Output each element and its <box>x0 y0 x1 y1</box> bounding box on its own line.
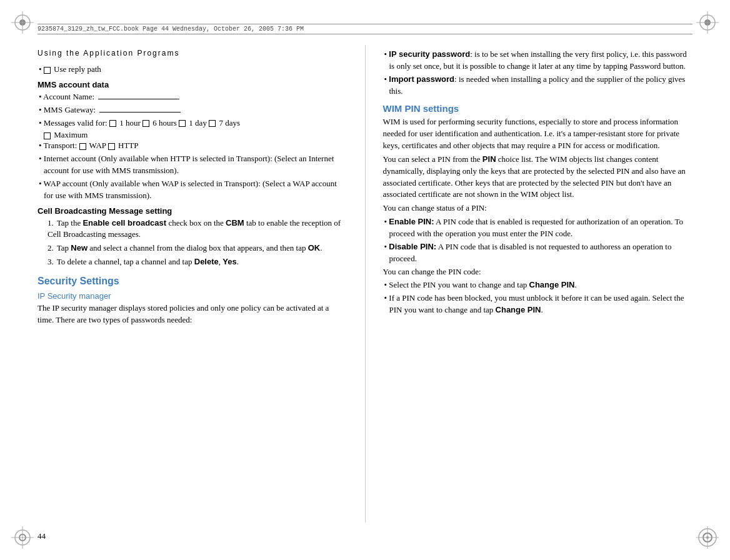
wap-account-text: WAP account (Only available when WAP is … <box>44 179 337 200</box>
account-name-item: Account Name: <box>38 91 348 103</box>
step1-rest: check box on the <box>168 218 226 228</box>
step2-pre: Tap <box>57 243 69 252</box>
chapter-heading: Using the Application Programs <box>38 49 348 58</box>
step1-item: 1. Tap the Enable cell broadcast check b… <box>38 218 348 241</box>
cb-7days <box>209 120 216 127</box>
wim-intro: WIM is used for performing security func… <box>383 116 693 152</box>
change-pin-intro: You can change the PIN code: <box>383 266 693 278</box>
internet-account-text: Internet account (Only available when HT… <box>44 154 334 175</box>
checkbox-reply-path <box>44 67 51 74</box>
mms-gateway-item: MMS Gateway: <box>38 104 348 116</box>
left-column: Using the Application Programs Use reply… <box>38 45 348 522</box>
reg-mark-br <box>696 526 719 549</box>
transport-label: Transport: <box>44 141 78 150</box>
change-pin-step2: If a PIN code has been blocked, you must… <box>383 292 693 316</box>
wim-pin-bold: PIN <box>482 154 496 164</box>
step2-ok: OK <box>308 243 321 252</box>
change-pin-step2-bold: Change PIN <box>496 305 541 314</box>
step1-cbm: CBM <box>226 218 244 228</box>
messages-valid-item: Messages valid for: 1 hour 6 hours 1 day… <box>38 118 348 129</box>
cell-broadcast-heading: Cell Broadcasting Message setting <box>38 206 348 216</box>
change-pin-step1-rest: . <box>574 280 576 289</box>
step1-pre: Tap the <box>57 218 81 228</box>
mms-gateway-label: MMS Gateway: <box>44 105 98 114</box>
enable-pin-label: Enable PIN: <box>389 217 434 226</box>
disable-pin-item: Disable PIN: A PIN code that is disabled… <box>383 241 693 265</box>
enable-pin-item: Enable PIN: A PIN code that is enabled i… <box>383 216 693 240</box>
ip-security-manager-heading: IP Security manager <box>38 291 348 301</box>
step3-pre: To delete a channel, tap a channel and t… <box>57 257 192 266</box>
column-divider <box>365 45 366 522</box>
reg-mark-tr <box>696 11 719 34</box>
header-text: 9235874_3129_zh_tw_FCC.book Page 44 Wedn… <box>38 26 304 32</box>
account-name-field <box>98 99 179 99</box>
main-content: Using the Application Programs Use reply… <box>38 45 692 522</box>
use-reply-path-item: Use reply path <box>38 64 348 76</box>
mms-gateway-field <box>99 112 181 112</box>
wim-pin-choice-pre: You can select a PIN from the <box>383 154 481 164</box>
step2-new: New <box>71 243 88 252</box>
wap-account-item: WAP account (Only available when WAP is … <box>38 178 348 202</box>
security-settings-heading: Security Settings <box>38 276 348 287</box>
import-password-item: Import password: is needed when installi… <box>383 74 693 98</box>
reg-mark-tl <box>11 11 34 34</box>
change-pin-step1-pre: Select the PIN you want to change and ta… <box>389 280 527 289</box>
ip-password-label: IP security password <box>389 49 470 59</box>
import-password-label: Import password <box>389 74 454 84</box>
cb-6hours <box>142 120 149 127</box>
wim-pin-change-status: You can change status of a PIN: <box>383 202 693 214</box>
maximum-item: Maximum <box>38 130 348 140</box>
cb-http <box>108 143 115 150</box>
account-name-label: Account Name: <box>43 92 96 101</box>
step3-delete: Delete <box>194 257 219 266</box>
step2-rest: and select a channel from the dialog box… <box>89 243 306 252</box>
cb-1hour <box>109 120 116 127</box>
messages-valid-label: Messages valid for: <box>44 118 108 128</box>
cb-1day <box>179 120 186 127</box>
step2-item: 2. Tap New and select a channel from the… <box>38 242 348 254</box>
header-bar: 9235874_3129_zh_tw_FCC.book Page 44 Wedn… <box>38 24 692 34</box>
mms-account-heading: MMS account data <box>38 80 348 89</box>
transport-item: Transport: WAP HTTP <box>38 140 348 152</box>
step3-yes: Yes <box>222 257 236 266</box>
reg-mark-bl <box>11 526 34 549</box>
ip-security-manager-body: The IP security manager displays stored … <box>38 302 348 326</box>
page-number: 44 <box>38 531 46 541</box>
step1-bold: Enable cell broadcast <box>82 218 166 228</box>
right-column: IP security password: is to be set when … <box>383 45 693 522</box>
internet-account-item: Internet account (Only available when HT… <box>38 153 348 177</box>
ip-password-item: IP security password: is to be set when … <box>383 49 693 72</box>
change-pin-step1: Select the PIN you want to change and ta… <box>383 279 693 291</box>
cb-wap <box>79 143 86 150</box>
cb-maximum <box>44 132 51 139</box>
disable-pin-label: Disable PIN: <box>389 242 436 251</box>
change-pin-step1-bold: Change PIN <box>529 280 575 289</box>
maximum-label: Maximum <box>54 130 88 139</box>
step3-item: 3. To delete a channel, tap a channel an… <box>38 256 348 268</box>
use-reply-path-text: Use reply path <box>54 64 101 74</box>
wim-pin-choice: You can select a PIN from the PIN choice… <box>383 154 693 201</box>
page: 9235874_3129_zh_tw_FCC.book Page 44 Wedn… <box>0 0 730 560</box>
change-pin-step2-rest: . <box>541 305 543 314</box>
wim-pin-heading: WIM PIN settings <box>383 103 693 114</box>
